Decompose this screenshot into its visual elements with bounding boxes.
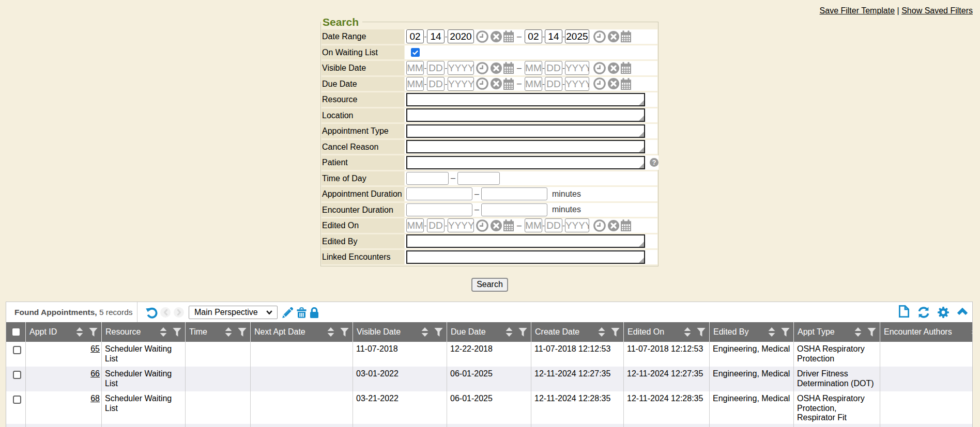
svg-text:?: ? — [652, 159, 656, 166]
